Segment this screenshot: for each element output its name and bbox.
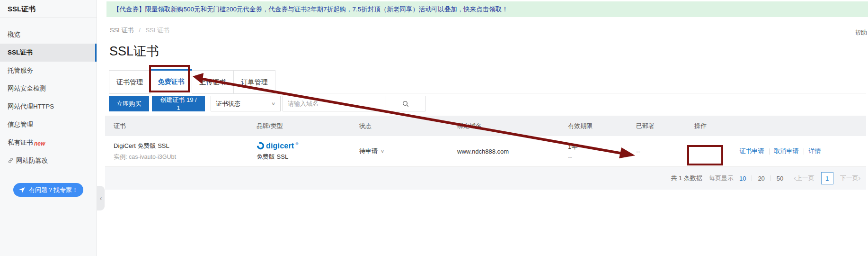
sidebar-item-https-proxy[interactable]: 网站代理HTTPS	[0, 98, 97, 116]
sidebar-item-private-cert[interactable]: 私有证书 new	[0, 134, 97, 152]
pagination-bar: 共 1 条数据 每页显示 10 20 50 ‹上一页 1 下一页›	[105, 167, 866, 190]
domain-search-input[interactable]	[283, 96, 386, 111]
breadcrumb-separator: /	[139, 27, 141, 34]
apply-cert-link[interactable]: 证书申请	[740, 147, 764, 155]
toolbar: 立即购买 创建证书 19 / 1 证书状态 ∨	[109, 96, 425, 111]
col-header-actions: 操作	[686, 116, 866, 136]
deployed-value: --	[636, 148, 686, 155]
sidebar-collapse-handle[interactable]: ‹	[97, 186, 105, 210]
page-title: SSL证书	[109, 43, 159, 60]
breadcrumb-current: SSL证书	[145, 27, 169, 34]
breadcrumb: SSL证书 / SSL证书	[110, 26, 169, 35]
current-page-box[interactable]: 1	[821, 172, 833, 184]
prev-page-button[interactable]: ‹上一页	[794, 174, 814, 183]
validity-value: 1年	[568, 143, 628, 151]
status-dropdown[interactable]: 待申请 ∨	[359, 147, 384, 155]
cert-name: DigiCert 免费版 SSL	[114, 142, 248, 150]
cert-table: 证书 品牌/类型 状态 绑定域名 有效期限 已部署 操作 DigiCert 免费…	[105, 116, 866, 167]
col-header-status: 状态	[351, 116, 449, 136]
sidebar: SSL证书 概览 SSL证书 托管服务 网站安全检测 网站代理HTTPS 信息管…	[0, 0, 97, 256]
digicert-wordmark: digicert	[266, 142, 294, 150]
sidebar-item-overview[interactable]: 概览	[0, 26, 97, 44]
table-header-row: 证书 品牌/类型 状态 绑定域名 有效期限 已部署 操作	[105, 116, 866, 136]
tab-free-cert[interactable]: 免费证书	[151, 70, 192, 94]
sidebar-nav: 概览 SSL证书 托管服务 网站安全检测 网站代理HTTPS 信息管理 私有证书…	[0, 26, 97, 170]
domain-cell: www.ndch888.com	[449, 136, 559, 166]
status-value: 待申请	[359, 147, 378, 155]
sidebar-item-anti-tamper[interactable]: 网站防篡改	[0, 152, 97, 170]
brand-cell: digicert ® 免费版 SSL	[248, 136, 351, 166]
page-size-20[interactable]: 20	[758, 175, 764, 182]
deployed-cell: --	[628, 136, 686, 166]
cert-status-filter[interactable]: 证书状态 ∨	[211, 96, 281, 111]
cert-type: 免费版 SSL	[257, 153, 351, 161]
digicert-logo: digicert ®	[257, 142, 351, 150]
validity-sub: --	[568, 153, 628, 160]
col-header-validity: 有效期限	[559, 116, 628, 136]
sidebar-item-site-security-check[interactable]: 网站安全检测	[0, 80, 97, 98]
cert-status-filter-value: 证书状态	[216, 100, 240, 108]
bound-domain: www.ndch888.com	[457, 148, 559, 155]
next-page-button[interactable]: 下一页›	[840, 174, 860, 183]
col-header-domain: 绑定域名	[449, 116, 559, 136]
digicert-ring-icon	[257, 142, 265, 150]
size-divider	[752, 175, 752, 181]
chevron-right-icon: ›	[859, 174, 860, 182]
tab-bar: 证书管理 免费证书 上传证书 订单管理	[109, 69, 275, 94]
paper-plane-icon	[18, 186, 26, 193]
validity-cell: 1年 --	[559, 136, 628, 166]
sidebar-product-title: SSL证书	[0, 0, 97, 18]
tab-bar-baseline	[275, 93, 866, 93]
ask-expert-button[interactable]: 有问题？找专家！	[13, 183, 83, 197]
promo-banner-text: 【代金券】限量领取新购500元和无门槛200元代金券，代金券与证书2年期7折起购…	[113, 6, 508, 13]
buy-now-button[interactable]: 立即购买	[109, 96, 149, 111]
promo-banner[interactable]: 【代金券】限量领取新购500元和无门槛200元代金券，代金券与证书2年期7折起购…	[106, 1, 868, 17]
total-count: 共 1 条数据	[671, 174, 702, 183]
create-cert-button[interactable]: 创建证书 19 / 1	[152, 96, 205, 111]
tab-upload-cert[interactable]: 上传证书	[192, 70, 234, 94]
col-header-cert: 证书	[105, 116, 248, 136]
actions-cell: 证书申请 取消申请 详情	[686, 136, 866, 166]
sidebar-item-ssl-cert[interactable]: SSL证书	[0, 44, 97, 62]
new-badge: new	[34, 135, 45, 153]
per-page-label: 每页显示	[709, 174, 734, 183]
cert-cell: DigiCert 免费版 SSL 实例: cas-ivauto-i3GUbt	[105, 136, 248, 166]
sidebar-item-info-management[interactable]: 信息管理	[0, 116, 97, 134]
status-cell: 待申请 ∨	[351, 136, 449, 166]
action-divider	[769, 148, 770, 155]
chevron-down-icon: ∨	[271, 101, 275, 106]
search-icon	[402, 100, 409, 108]
help-link[interactable]: 帮助	[855, 28, 867, 37]
search-button[interactable]	[386, 96, 425, 111]
action-divider	[804, 148, 804, 155]
sidebar-item-managed-service[interactable]: 托管服务	[0, 62, 97, 80]
breadcrumb-root[interactable]: SSL证书	[110, 27, 134, 34]
size-divider	[771, 175, 771, 181]
cert-instance-id: 实例: cas-ivauto-i3GUbt	[114, 153, 248, 161]
table-row: DigiCert 免费版 SSL 实例: cas-ivauto-i3GUbt d…	[105, 136, 866, 167]
external-link-icon	[8, 153, 14, 171]
cancel-apply-link[interactable]: 取消申请	[774, 147, 799, 155]
chevron-left-icon: ‹	[100, 194, 102, 202]
page-size-50[interactable]: 50	[777, 175, 783, 182]
col-header-deployed: 已部署	[628, 116, 686, 136]
registered-mark: ®	[295, 142, 298, 146]
page-size-10[interactable]: 10	[739, 175, 746, 182]
tab-order-management[interactable]: 订单管理	[234, 70, 275, 94]
chevron-down-icon: ∨	[381, 149, 384, 154]
col-header-brand-type: 品牌/类型	[248, 116, 351, 136]
tab-cert-management[interactable]: 证书管理	[109, 70, 151, 94]
details-link[interactable]: 详情	[809, 147, 821, 155]
